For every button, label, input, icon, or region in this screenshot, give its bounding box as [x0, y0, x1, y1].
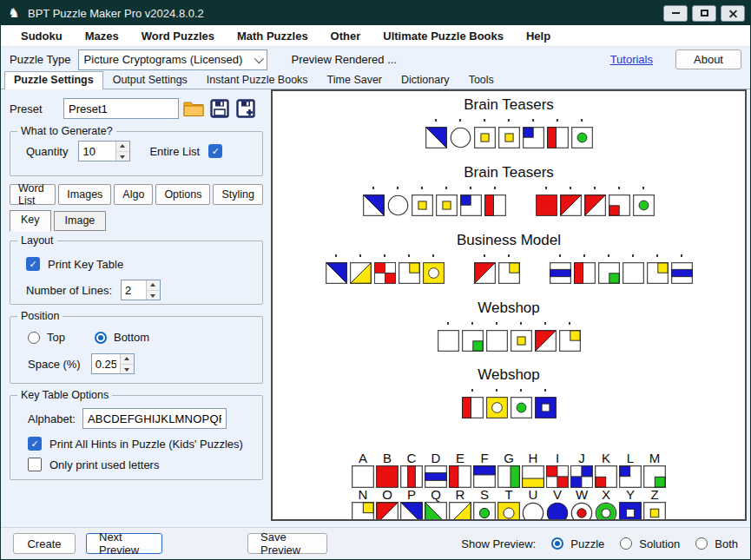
print-all-hints-checkbox[interactable]: ✓ — [28, 437, 42, 451]
puzzle-type-select[interactable]: Picture Cryptograms (Licensed) — [78, 49, 267, 70]
tutorials-link[interactable]: Tutorials — [610, 53, 653, 66]
tab-tools[interactable]: Tools — [459, 71, 504, 89]
key-cell: Q — [425, 488, 448, 521]
menu-sudoku[interactable]: Sudoku — [10, 30, 74, 43]
key-cell: H — [522, 451, 545, 488]
about-button[interactable]: About — [675, 49, 741, 69]
cryptogram-symbol — [647, 262, 669, 284]
cryptogram-symbol — [399, 262, 420, 284]
number-of-lines-input[interactable] — [122, 280, 146, 300]
position-bottom-radio[interactable] — [95, 332, 107, 344]
key-cell: Y — [619, 488, 642, 521]
quantity-down-icon[interactable] — [116, 152, 129, 161]
menu-math-puzzles[interactable]: Math Puzzles — [226, 30, 320, 43]
cryptogram-symbol — [623, 262, 644, 284]
menu-other[interactable]: Other — [320, 30, 372, 43]
minimize-icon — [672, 12, 680, 14]
preview-status: Preview Rendered ... — [292, 53, 397, 66]
quantity-up-icon[interactable] — [116, 142, 129, 152]
menu-word-puzzles[interactable]: Word Puzzles — [130, 30, 226, 43]
menu-mazes[interactable]: Mazes — [74, 30, 130, 43]
styling-button[interactable]: Styling — [213, 184, 263, 205]
space-stepper[interactable] — [91, 353, 135, 374]
puzzle-symbol-row — [326, 262, 693, 284]
puzzle-title: Brain Teasers — [464, 96, 554, 114]
entire-list-checkbox[interactable]: ✓ — [208, 144, 222, 158]
chevron-down-icon — [254, 53, 263, 63]
puzzle-symbols-section — [273, 397, 745, 418]
tab-instant-puzzle-books[interactable]: Instant Puzzle Books — [197, 71, 318, 89]
preset-input[interactable] — [63, 98, 179, 119]
key-cell: Z — [643, 488, 667, 521]
cryptogram-symbol — [462, 397, 484, 418]
key-letter: T — [504, 488, 512, 502]
quantity-stepper[interactable] — [78, 141, 130, 161]
tab-dictionary[interactable]: Dictionary — [392, 71, 459, 89]
puzzle-symbols-section — [273, 194, 745, 216]
only-used-letters-checkbox[interactable] — [28, 458, 42, 471]
key-letter: P — [407, 488, 416, 502]
key-symbol — [546, 465, 569, 488]
save-preview-button[interactable]: Save Preview — [247, 533, 327, 554]
next-preview-button[interactable]: Next Preview — [86, 533, 162, 554]
space-label: Space (%) — [28, 358, 81, 371]
images-button[interactable]: Images — [58, 184, 111, 205]
space-input[interactable] — [92, 354, 120, 373]
key-symbol — [570, 465, 593, 488]
only-used-letters-label: Only print used letters — [49, 458, 159, 471]
position-top-radio[interactable] — [28, 332, 40, 344]
menu-ultimate-puzzle-books[interactable]: Ultimate Puzzle Books — [372, 30, 515, 43]
show-preview-puzzle-option[interactable]: Puzzle — [551, 537, 604, 550]
cryptogram-symbol — [671, 262, 693, 284]
close-button[interactable] — [721, 5, 745, 22]
app-icon: ♞ — [6, 5, 22, 21]
save-icon — [210, 99, 229, 118]
show-preview-both-option[interactable]: Both — [695, 537, 738, 550]
cryptogram-word — [363, 194, 506, 216]
key-letter: E — [456, 451, 464, 465]
key-letter: I — [556, 451, 559, 465]
quantity-input[interactable] — [79, 142, 115, 161]
minimize-button[interactable] — [663, 5, 688, 22]
key-symbol — [352, 502, 374, 521]
cryptogram-symbol — [425, 127, 447, 148]
subtab-key[interactable]: Key — [10, 210, 51, 232]
cryptogram-symbol — [412, 194, 433, 216]
position-group: Position Top Bottom Space (%) — [10, 316, 263, 384]
alphabet-input[interactable] — [82, 408, 227, 429]
key-letter: J — [578, 451, 585, 465]
save-preset-as-button[interactable] — [234, 97, 257, 120]
open-preset-button[interactable] — [181, 97, 205, 120]
number-of-lines-stepper[interactable] — [121, 280, 161, 300]
show-preview-solution-option[interactable]: Solution — [620, 537, 680, 550]
word-list-button[interactable]: Word List — [10, 184, 56, 205]
key-cell: K — [595, 451, 618, 488]
key-symbol — [352, 465, 374, 488]
tab-time-saver[interactable]: Time Saver — [318, 71, 392, 89]
cryptogram-symbol — [498, 127, 520, 148]
tab-output-settings[interactable]: Output Settings — [103, 71, 197, 89]
algo-button[interactable]: Algo — [114, 184, 153, 205]
main-tabs: Puzzle Settings Output Settings Instant … — [1, 72, 750, 89]
key-symbol — [425, 502, 447, 521]
number-of-lines-label: Number of Lines: — [26, 284, 112, 297]
puzzle-title: Business Model — [457, 232, 561, 249]
key-letter: B — [383, 451, 392, 465]
menu-help[interactable]: Help — [515, 30, 562, 43]
cryptogram-word — [536, 194, 655, 216]
print-key-table-checkbox[interactable]: ✓ — [26, 257, 40, 271]
window-title: BPT Puzzle Maker Pro v2024.8.0.2 — [28, 7, 204, 20]
options-button[interactable]: Options — [155, 184, 210, 205]
maximize-button[interactable] — [692, 5, 716, 22]
titlebar[interactable]: ♞ BPT Puzzle Maker Pro v2024.8.0.2 — [1, 1, 750, 25]
create-button[interactable]: Create — [13, 533, 76, 554]
maximize-icon — [701, 10, 708, 16]
tab-puzzle-settings[interactable]: Puzzle Settings — [4, 71, 103, 89]
subtab-image[interactable]: Image — [54, 211, 107, 231]
key-symbol — [546, 502, 569, 521]
key-symbol — [497, 502, 520, 521]
save-preset-button[interactable] — [208, 97, 231, 120]
cryptogram-symbol — [550, 262, 571, 284]
preview-page: Brain TeasersBrain TeasersBusiness Model… — [271, 89, 747, 521]
print-all-hints-label: Print All Hints in Puzzle (Kids' Puzzles… — [49, 438, 243, 451]
